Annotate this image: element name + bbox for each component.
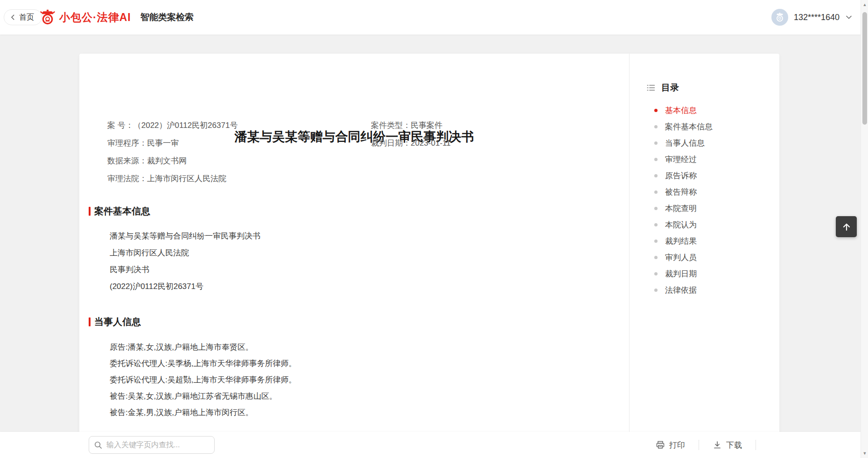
toc-item-court-findings[interactable]: 本院查明 [630, 200, 779, 217]
in-page-search[interactable] [89, 436, 215, 454]
toc-item-dot [654, 289, 658, 292]
download-label: 下载 [726, 440, 742, 451]
page-title: 智能类案检索 [140, 11, 194, 23]
section-heading-parties-info: 当事人信息 [89, 316, 141, 328]
doc-line: 原告:潘某,女,汉族,户籍地上海市奉贤区。 [110, 339, 296, 355]
user-menu[interactable]: 132****1640 [771, 0, 853, 35]
meta-left-column: 案 号：（2022）沪0112民初26371号 审理程序：民事一审 数据来源：裁… [107, 117, 238, 188]
toc-item-case-basic-info[interactable]: 案件基本信息 [630, 119, 779, 135]
toc-item-dot [654, 141, 658, 145]
avatar [771, 9, 788, 26]
section-heading-bar [89, 317, 91, 326]
judgment-card: 潘某与吴某等赠与合同纠纷一审民事判决书 案 号：（2022）沪0112民初263… [79, 54, 779, 458]
toc-title: 目录 [661, 82, 679, 94]
meta-right-column: 案件类型：民事案件 裁判日期：2023-01-11 [371, 117, 451, 152]
top-header: 首页 小包公·法律AI 智能类案检索 132****1640 [0, 0, 868, 35]
toc-item-legal-basis[interactable]: 法律依据 [630, 282, 779, 298]
toc-item-dot [654, 256, 658, 259]
list-icon [646, 83, 656, 92]
bottom-toolbar: 打印 下载 [0, 432, 868, 458]
scroll-to-top-button[interactable] [836, 216, 857, 237]
footer-actions: 打印 下载 [656, 432, 770, 458]
toc-item-dot [654, 223, 658, 226]
toc-item-judgment-date[interactable]: 裁判日期 [630, 266, 779, 282]
page-scrollbar[interactable]: ▲ ▼ [861, 0, 868, 458]
search-input[interactable] [106, 441, 210, 449]
toc-item-judgment-result[interactable]: 裁判结果 [630, 233, 779, 249]
doc-line: (2022)沪0112民初26371号 [110, 278, 260, 295]
toc-item-dot [654, 272, 658, 275]
toc-sidebar: 目录 基本信息 案件基本信息 当事人信息 审理经过 原告诉称 被告辩称 本院查明… [629, 54, 779, 458]
toc-item-dot [654, 125, 658, 128]
section-case-basic-info-body: 潘某与吴某等赠与合同纠纷一审民事判决书 上海市闵行区人民法院 民事判决书 (20… [110, 228, 260, 295]
scrollbar-thumb[interactable] [862, 12, 867, 125]
toc-item-defendant-defense[interactable]: 被告辩称 [630, 184, 779, 200]
doc-line: 被告:吴某,女,汉族,户籍地江苏省无锡市惠山区。 [110, 388, 296, 404]
divider [756, 440, 756, 450]
scrollbar-up-icon[interactable]: ▲ [861, 1, 868, 8]
toc-item-dot [654, 190, 658, 194]
mascot-logo-icon [40, 9, 56, 25]
toc-item-judges[interactable]: 审判人员 [630, 249, 779, 266]
scrollbar-down-icon[interactable]: ▼ [861, 450, 868, 457]
doc-line: 潘某与吴某等赠与合同纠纷一审民事判决书 [110, 228, 260, 245]
toc-item-plaintiff-claims[interactable]: 原告诉称 [630, 168, 779, 184]
doc-line: 委托诉讼代理人:吴超勚,上海市天华律师事务所律师。 [110, 372, 296, 388]
toc-item-dot [654, 109, 658, 112]
doc-line: 被告:金某,男,汉族,户籍地上海市闵行区。 [110, 404, 296, 421]
section-parties-info-body: 原告:潘某,女,汉族,户籍地上海市奉贤区。 委托诉讼代理人:吴季杨,上海市天华律… [110, 339, 296, 421]
toc-item-dot [654, 158, 658, 161]
toc-list: 基本信息 案件基本信息 当事人信息 审理经过 原告诉称 被告辩称 本院查明 本院… [630, 102, 779, 298]
toc-item-dot [654, 240, 658, 243]
print-label: 打印 [669, 440, 685, 451]
meta-judgment-date: 裁判日期：2023-01-11 [371, 134, 451, 152]
chevron-down-icon [845, 14, 853, 21]
print-button[interactable]: 打印 [656, 440, 685, 451]
logo-text: 小包公·法律AI [59, 10, 131, 25]
chevron-left-icon [10, 14, 16, 21]
printer-icon [656, 440, 665, 450]
section-heading-bar [89, 207, 91, 216]
app-logo[interactable]: 小包公·法律AI 智能类案检索 [40, 0, 194, 35]
back-home-label: 首页 [19, 13, 34, 22]
toc-item-parties-info[interactable]: 当事人信息 [630, 135, 779, 151]
toc-item-court-opinion[interactable]: 本院认为 [630, 217, 779, 233]
toc-item-trial-process[interactable]: 审理经过 [630, 151, 779, 168]
back-home-button[interactable]: 首页 [4, 9, 42, 25]
meta-case-no: 案 号：（2022）沪0112民初26371号 [107, 117, 238, 134]
download-button[interactable]: 下载 [713, 440, 742, 451]
doc-line: 上海市闵行区人民法院 [110, 245, 260, 261]
avatar-mascot-icon [775, 12, 785, 22]
judgment-document: 潘某与吴某等赠与合同纠纷一审民事判决书 案 号：（2022）沪0112民初263… [79, 54, 629, 458]
doc-line: 民事判决书 [110, 261, 260, 278]
user-phone: 132****1640 [794, 13, 840, 22]
toc-item-basic-info[interactable]: 基本信息 [630, 102, 779, 119]
meta-source: 数据来源：裁判文书网 [107, 152, 238, 170]
download-icon [713, 440, 722, 450]
meta-case-type: 案件类型：民事案件 [371, 117, 451, 134]
divider [699, 440, 699, 450]
toc-item-dot [654, 207, 658, 210]
section-heading-case-basic-info: 案件基本信息 [89, 205, 150, 218]
meta-court: 审理法院：上海市闵行区人民法院 [107, 170, 238, 188]
arrow-up-icon [841, 222, 852, 232]
meta-procedure: 审理程序：民事一审 [107, 134, 238, 152]
search-icon [94, 441, 103, 450]
toc-header: 目录 [646, 82, 679, 94]
toc-item-dot [654, 174, 658, 177]
doc-line: 委托诉讼代理人:吴季杨,上海市天华律师事务所律师。 [110, 355, 296, 372]
